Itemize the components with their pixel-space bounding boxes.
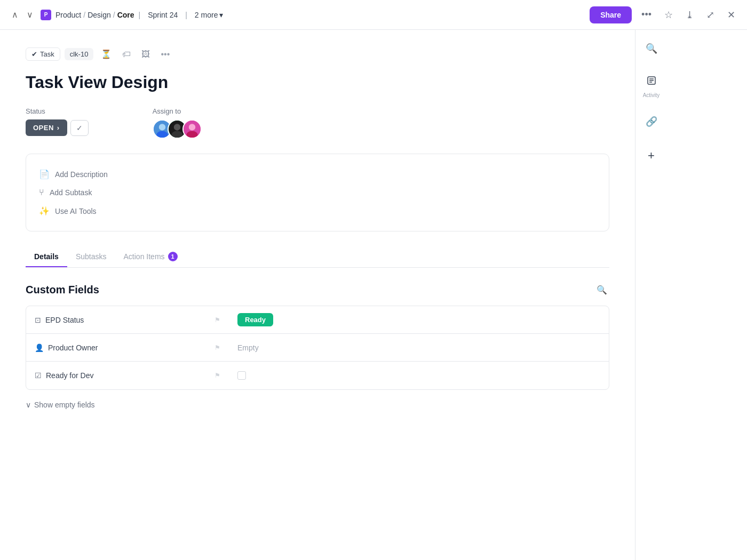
share-button[interactable]: Share: [590, 6, 632, 23]
epd-status-label-cell: ⊡ EPD Status ⚑: [26, 309, 229, 331]
nav-up-button[interactable]: ∧: [9, 7, 21, 22]
epd-status-icon: ⊡: [35, 316, 41, 324]
breadcrumb-sep-2: /: [113, 11, 115, 19]
custom-fields-search-button[interactable]: 🔍: [594, 283, 609, 297]
custom-fields-title: Custom Fields: [26, 284, 99, 296]
tab-subtasks-label: Subtasks: [76, 252, 107, 261]
content-area: ✔ Task clk-10 ⏳ 🏷 🖼 ••• Task View Design…: [0, 30, 635, 560]
status-btn-group: OPEN › ✓: [26, 119, 89, 136]
link-icon: 🔗: [646, 116, 657, 127]
tabs: Details Subtasks Action Items 1: [26, 246, 609, 268]
subtask-icon: ⑂: [39, 188, 44, 197]
ready-for-dev-pin-icon[interactable]: ⚑: [214, 372, 220, 379]
product-owner-icon: 👤: [35, 343, 44, 352]
status-assign-row: Status OPEN › ✓ Assign to: [26, 107, 609, 139]
status-open-button[interactable]: OPEN ›: [26, 119, 67, 136]
tab-action-items[interactable]: Action Items 1: [115, 246, 186, 268]
tag-icon-button[interactable]: 🏷: [119, 47, 134, 61]
svg-point-8: [186, 131, 197, 139]
close-button[interactable]: ✕: [724, 7, 738, 23]
status-arrow-icon: ›: [57, 124, 60, 132]
tab-details[interactable]: Details: [26, 247, 67, 267]
epd-status-pin-icon[interactable]: ⚑: [214, 316, 220, 324]
status-open-label: OPEN: [33, 124, 54, 132]
activity-section: Activity: [642, 71, 661, 99]
fields-table: ⊡ EPD Status ⚑ Ready 👤 Product Owner ⚑ E…: [26, 306, 609, 390]
top-bar-right: Share ••• ☆ ⤓ ⤢ ✕: [590, 6, 738, 23]
tab-action-items-label: Action Items: [124, 252, 165, 261]
status-check-icon: ✓: [76, 124, 83, 132]
product-owner-value-cell[interactable]: Empty: [229, 337, 609, 358]
breadcrumb-core: Core: [117, 11, 134, 19]
nav-arrows: ∧ ∨: [9, 7, 36, 22]
activity-icon: [647, 76, 656, 88]
download-button[interactable]: ⤓: [682, 7, 697, 23]
sidebar-link-button[interactable]: 🔗: [641, 111, 662, 132]
ready-badge[interactable]: Ready: [237, 313, 273, 326]
search-icon: 🔍: [597, 285, 607, 294]
breadcrumb: P Product / Design / Core | Sprint 24 | …: [41, 10, 226, 20]
status-label: Status: [26, 107, 89, 115]
star-button[interactable]: ☆: [661, 7, 676, 23]
product-owner-empty: Empty: [237, 343, 259, 352]
task-id-badge: clk-10: [65, 48, 94, 60]
product-owner-pin-icon[interactable]: ⚑: [214, 344, 220, 351]
ready-for-dev-value-cell[interactable]: [229, 365, 609, 386]
action-items-badge: 1: [168, 252, 178, 261]
plus-icon: +: [648, 149, 655, 163]
more-button[interactable]: 2 more ▾: [192, 10, 227, 20]
assign-section: Assign to: [153, 107, 202, 139]
sprint-button[interactable]: Sprint 24: [145, 10, 181, 20]
timer-icon-button[interactable]: ⏳: [98, 47, 115, 61]
task-type-label: Task: [40, 50, 54, 58]
add-description-item[interactable]: 📄 Add Description: [39, 165, 596, 183]
add-description-label: Add Description: [55, 170, 108, 179]
description-box: 📄 Add Description ⑂ Add Subtask ✨ Use AI…: [26, 154, 609, 231]
breadcrumb-sep-1: /: [83, 11, 85, 19]
nav-down-button[interactable]: ∨: [23, 7, 36, 22]
breadcrumb-product[interactable]: Product: [55, 11, 81, 19]
ready-for-dev-icon: ☑: [35, 371, 42, 380]
show-empty-fields[interactable]: ∨ Show empty fields: [26, 398, 609, 411]
svg-point-5: [171, 131, 182, 139]
image-icon-button[interactable]: 🖼: [138, 47, 153, 61]
use-ai-item[interactable]: ✨ Use AI Tools: [39, 202, 596, 220]
task-check-icon: ✔: [31, 50, 37, 58]
ai-icon: ✨: [39, 206, 50, 216]
more-options-button[interactable]: •••: [638, 7, 655, 22]
epd-status-row: ⊡ EPD Status ⚑ Ready: [26, 306, 609, 334]
avatar-3[interactable]: [182, 119, 202, 139]
svg-point-2: [156, 131, 168, 139]
assign-label: Assign to: [153, 107, 202, 115]
product-owner-label: Product Owner: [48, 343, 98, 352]
sidebar-add-button[interactable]: +: [643, 145, 659, 167]
add-subtask-item[interactable]: ⑂ Add Subtask: [39, 183, 596, 202]
chevron-down-icon: ∨: [26, 401, 31, 409]
breadcrumb-design[interactable]: Design: [88, 11, 111, 19]
product-owner-row: 👤 Product Owner ⚑ Empty: [26, 334, 609, 362]
svg-point-7: [188, 124, 195, 131]
top-bar: ∧ ∨ P Product / Design / Core | Sprint 2…: [0, 0, 747, 30]
custom-fields-header: Custom Fields 🔍: [26, 283, 609, 297]
top-bar-left: ∧ ∨ P Product / Design / Core | Sprint 2…: [9, 7, 226, 22]
status-check-button[interactable]: ✓: [70, 120, 89, 136]
search-icon: 🔍: [646, 43, 657, 54]
main-layout: ✔ Task clk-10 ⏳ 🏷 🖼 ••• Task View Design…: [0, 30, 747, 560]
tab-details-label: Details: [34, 252, 59, 261]
task-type-badge[interactable]: ✔ Task: [26, 47, 60, 61]
product-owner-label-cell: 👤 Product Owner ⚑: [26, 337, 229, 358]
meta-more-button[interactable]: •••: [157, 47, 173, 61]
right-sidebar: 🔍 Activity 🔗 +: [635, 30, 667, 560]
ready-for-dev-row: ☑ Ready for Dev ⚑: [26, 362, 609, 389]
ready-for-dev-checkbox[interactable]: [237, 371, 246, 380]
epd-status-value-cell[interactable]: Ready: [229, 307, 609, 333]
product-icon: P: [41, 10, 51, 20]
sidebar-activity-button[interactable]: [642, 71, 661, 92]
svg-point-4: [173, 124, 180, 131]
minimize-button[interactable]: ⤢: [703, 7, 718, 23]
sidebar-search-button[interactable]: 🔍: [641, 38, 662, 59]
task-meta: ✔ Task clk-10 ⏳ 🏷 🖼 •••: [26, 47, 609, 61]
show-empty-label: Show empty fields: [34, 401, 95, 409]
tab-subtasks[interactable]: Subtasks: [67, 247, 115, 267]
svg-point-1: [158, 124, 165, 131]
